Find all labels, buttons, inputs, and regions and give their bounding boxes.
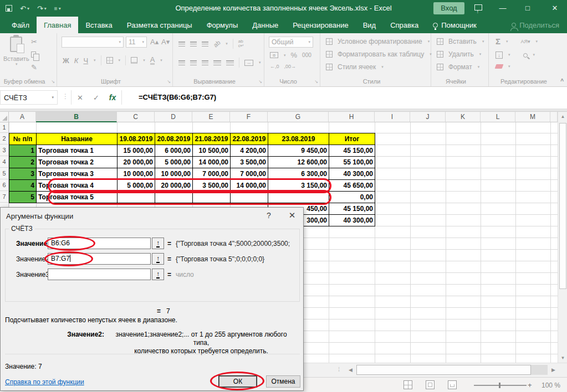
row-header-2[interactable]: 2 [0,133,9,145]
collapse-dialog-button[interactable]: ↑ [152,269,164,280]
collapse-dialog-button[interactable]: ↑ [152,253,164,265]
tab-Формулы[interactable]: Формулы [200,17,246,33]
table-header-cell[interactable]: 20.08.2019 [155,133,193,145]
table-header-cell[interactable]: № п/п [9,133,37,145]
italic-button[interactable]: К [74,56,79,65]
vertical-scroll-thumb[interactable] [559,123,566,289]
align-bottom-icon[interactable] [202,42,208,47]
dialog-help-button[interactable]: ? [262,211,275,220]
table-row-cell[interactable]: 14 000,00 [192,156,231,168]
number-dialog-launcher[interactable]: ↘ [314,79,318,84]
tab-Файл[interactable]: Файл [4,17,37,33]
table-row-cell[interactable]: 15 000,00 [117,145,155,157]
zoom-in-button[interactable]: + [528,381,532,389]
table-header-cell[interactable]: 22.08.2019 [230,133,268,145]
horizontal-scroll-thumb[interactable] [356,365,531,375]
align-center-icon[interactable] [190,60,197,65]
table-header-cell[interactable]: Итог [329,133,375,145]
table-row-cell[interactable]: 20 000,00 [155,179,193,192]
format-painter-button[interactable]: ✎ [31,63,37,71]
page-layout-view-button[interactable] [426,380,435,389]
close-button[interactable]: ✕ [545,0,564,17]
dialog-close-button[interactable]: ✕ [284,210,300,220]
maximize-button[interactable]: □ [518,0,537,17]
zoom-slider[interactable] [474,385,527,386]
tab-Справка[interactable]: Справка [383,17,426,33]
autosum-button[interactable]: Σ [496,37,500,46]
table-row-cell[interactable]: 55 100,00 [329,156,375,168]
column-header-M[interactable]: M [515,112,550,122]
share-button[interactable]: Поделиться [512,17,559,33]
table-row-cell[interactable] [155,191,193,203]
align-left-icon[interactable] [178,60,185,65]
sort-filter-button[interactable]: АЯ▾ [521,39,530,44]
scroll-right-button[interactable]: ▶ [549,365,558,375]
row-header-7[interactable]: 7 [0,191,9,203]
column-header-K[interactable]: K [446,112,481,122]
argument-input-2[interactable]: B7:G7 [48,253,151,265]
tab-Данные[interactable]: Данные [245,17,285,33]
cells-item[interactable]: Удалить▾ [437,50,481,58]
column-header-A[interactable]: A [9,112,36,122]
table-row-cell[interactable]: 3 150,00 [268,179,329,192]
bold-button[interactable]: Ж [63,56,69,65]
table-row-cell[interactable] [192,191,231,203]
ribbon-display-options-button[interactable] [469,0,488,17]
table-row-cell[interactable] [117,191,155,203]
cut-button[interactable]: ✂ [31,38,37,46]
underline-button[interactable]: Ч [83,56,88,65]
table-row-cell[interactable]: Торговая точка 1 [36,145,118,157]
table-row-cell[interactable]: 45 150,00 [329,145,375,157]
grow-font-button[interactable]: A▴ [150,38,159,46]
enter-entry-button[interactable]: ✓ [93,94,99,102]
table-row-cell[interactable]: 3 [9,168,37,180]
table-header-cell[interactable]: 23.08.2019 [268,133,329,145]
table-row-cell[interactable]: 3 500,00 [230,156,268,168]
ok-button[interactable]: ОК [218,375,257,388]
clear-button[interactable] [495,64,504,69]
table-header-cell[interactable]: 19.08.2019 [117,133,155,145]
table-row-cell[interactable]: 5 [9,191,37,203]
table-row-cell[interactable]: 10 000,00 [117,168,155,180]
fill-button[interactable]: ↓ [496,51,503,59]
table-row-cell[interactable]: 4 [9,179,37,192]
horizontal-scrollbar[interactable]: ⁞ ◀ ▶ [304,363,567,377]
decrease-decimal-button[interactable]: ,00→ [284,64,297,69]
copy-button[interactable]: ▾ [31,50,39,60]
zoom-slider-handle[interactable] [499,383,500,388]
borders-button[interactable] [106,57,113,64]
row-header-5[interactable]: 5 [0,168,9,179]
table-row-cell[interactable]: Торговая точка 3 [36,168,118,180]
table-row-cell[interactable] [268,191,329,203]
table-row-cell[interactable]: 14 000,00 [230,179,268,192]
table-row-cell[interactable]: Торговая точка 5 [36,191,118,203]
table-row-cell[interactable]: 5 000,00 [117,179,155,192]
column-header-C[interactable]: C [117,112,155,122]
font-dialog-launcher[interactable]: ↘ [167,79,171,84]
column-header-G[interactable]: G [268,112,329,122]
font-color-button[interactable]: A [150,56,155,65]
table-row-cell[interactable]: 45 150,00 [329,203,375,215]
row-header-6[interactable]: 6 [0,179,9,191]
merge-center-button[interactable]: ↔ [244,60,253,66]
select-all-corner[interactable] [0,112,9,122]
wrap-text-button[interactable]: abc↵ [238,39,244,48]
styles-item[interactable]: Стили ячеек▾ [326,63,384,71]
align-right-icon[interactable] [202,60,208,65]
cancel-button[interactable]: Отмена [266,375,300,388]
table-row-cell[interactable]: 7 000,00 [192,168,231,180]
clipboard-dialog-launcher[interactable]: ↘ [51,79,55,84]
table-row-cell[interactable]: 40 300,00 [329,168,375,180]
column-header-F[interactable]: F [230,112,268,122]
orientation-button[interactable]: ab [212,39,222,48]
scroll-down-button[interactable]: ▼ [559,353,567,363]
table-row-cell[interactable]: 6 000,00 [155,145,193,157]
insert-function-button[interactable]: fx [109,93,116,102]
table-row-cell[interactable]: 0,00 [329,191,375,203]
column-header-H[interactable]: H [329,112,375,122]
tab-Рецензирование[interactable]: Рецензирование [285,17,355,33]
column-header-E[interactable]: E [192,112,230,122]
row-header-1[interactable]: 1 [0,122,9,133]
collapse-ribbon-button[interactable]: ^ [560,78,564,84]
table-row-cell[interactable]: Торговая точка 2 [36,156,118,168]
